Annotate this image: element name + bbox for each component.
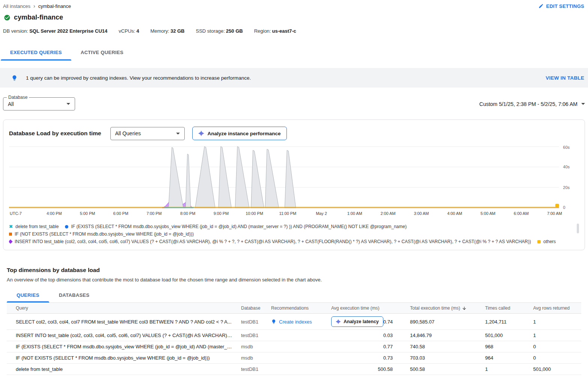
detail-label: Region: <box>254 28 271 34</box>
legend-diamond-marker-icon <box>9 239 13 243</box>
section-title: Top dimensions by database load <box>7 267 581 274</box>
time-range-picker[interactable]: Custom 5/1/25, 2:38 PM - 5/2/25, 7:06 AM <box>479 101 585 107</box>
topbar: All instances › cymbal-finance EDIT SETT… <box>0 0 588 9</box>
table-row[interactable]: SELECT col2, col3, col4, col7 FROM test_… <box>7 314 581 330</box>
analyze-instance-performance-button[interactable]: Analyze instance performance <box>192 127 287 140</box>
chevron-down-icon <box>176 133 180 135</box>
column-header-total-execution-label: Total execution time (ms) <box>410 305 460 311</box>
x-tick-label: 3:00 AM <box>414 211 429 216</box>
column-header-avg-execution[interactable]: Avg execution time (ms) <box>327 303 406 314</box>
page-title: cymbal-finance <box>14 14 63 21</box>
detail-region: Region:us-east7-c <box>254 28 296 34</box>
main-tab-bar: EXECUTED QUERIES ACTIVE QUERIES <box>0 44 588 60</box>
query-cell[interactable]: SELECT @login_name = dbo.SQLAGENT_SUSER_… <box>7 375 237 378</box>
legend-item-insert[interactable]: INSERT INTO test_table (col2, col3, col4… <box>9 239 531 244</box>
legend-item-delete[interactable]: ✖ delete from test_table <box>9 224 59 229</box>
legend-scrollbar[interactable] <box>577 224 579 233</box>
times-called-cell: 968 <box>481 341 529 352</box>
total-execution-cell: 703.03 <box>406 352 481 364</box>
total-execution-cell: 740.58 <box>406 341 481 352</box>
times-called-cell: 1 <box>481 364 529 375</box>
tab-executed-queries[interactable]: EXECUTED QUERIES <box>1 44 71 60</box>
column-header-recommendations[interactable]: Recommendations <box>267 303 327 314</box>
top-queries-table: Query Database Recommendations Avg execu… <box>7 303 581 378</box>
legend-circle-marker-icon <box>65 225 68 228</box>
chart-legend: ✖ delete from test_table IF (EXISTS (SEL… <box>9 223 579 245</box>
recommendations-cell <box>267 364 327 375</box>
y-tick-label: 40s <box>563 165 570 169</box>
chart-end-marker-icon <box>555 204 559 207</box>
table-row[interactable]: delete from test_table testDB1 500.58 50… <box>7 364 581 375</box>
database-select-label: Database <box>7 95 29 100</box>
title-row: cymbal-finance <box>0 9 588 21</box>
x-tick-label: 5:00 AM <box>481 211 496 216</box>
table-row[interactable]: IF (EXISTS (SELECT * FROM msdb.dbo.sysjo… <box>7 341 581 352</box>
legend-label: IF (EXISTS (SELECT * FROM msdb.dbo.sysjo… <box>71 224 407 229</box>
dimension-tab-bar: QUERIES DATABASES <box>7 288 581 303</box>
times-called-cell: 482 <box>481 375 529 378</box>
legend-label: INSERT INTO test_table (col2, col3, col4… <box>15 239 531 244</box>
avg-rows-cell: 0 <box>529 341 581 352</box>
x-tick-label: 9:00 PM <box>214 211 229 216</box>
card-header: Database Load by execution time All Quer… <box>9 127 579 140</box>
tab-databases[interactable]: DATABASES <box>49 288 100 302</box>
x-tick-label: 2:00 AM <box>380 211 395 216</box>
create-indexes-link[interactable]: Create indexes <box>279 319 312 325</box>
detail-value: 4 <box>136 28 139 34</box>
database-select-value: All <box>8 101 14 107</box>
times-called-cell: 1,204,711 <box>481 314 529 330</box>
edit-settings-button[interactable]: EDIT SETTINGS <box>538 3 584 9</box>
instance-details: DB version:SQL Server 2022 Enterprise CU… <box>0 21 588 34</box>
avg-execution-cell: 0.77 <box>327 341 406 352</box>
lightbulb-icon <box>271 319 276 324</box>
query-cell[interactable]: SELECT col2, col3, col4, col7 FROM test_… <box>7 314 237 330</box>
analyze-latency-button[interactable]: Analyze latency <box>331 316 383 327</box>
query-cell[interactable]: IF (NOT EXISTS (SELECT * FROM msdb.dbo.s… <box>7 352 237 364</box>
query-filter-select[interactable]: All Queries <box>110 127 185 140</box>
x-tick-label: 5:00 PM <box>80 211 95 216</box>
legend-item-others[interactable]: others <box>537 239 556 244</box>
total-execution-cell: 890,585.07 <box>406 314 481 330</box>
view-in-table-button[interactable]: VIEW IN TABLE <box>546 75 584 81</box>
tab-active-queries[interactable]: ACTIVE QUERIES <box>71 44 133 60</box>
total-execution-cell: 500.58 <box>406 364 481 375</box>
database-load-chart[interactable]: 60s 40s 20s 0 UTC-7 4:00 PM 5:00 PM 6:00… <box>9 145 579 220</box>
pencil-icon <box>538 3 544 9</box>
column-header-total-execution[interactable]: Total execution time (ms) <box>406 303 481 314</box>
query-cell[interactable]: IF (EXISTS (SELECT * FROM msdb.dbo.sysjo… <box>7 341 237 352</box>
legend-item-if-exists[interactable]: IF (EXISTS (SELECT * FROM msdb.dbo.sysjo… <box>65 224 407 229</box>
table-row[interactable]: SELECT @login_name = dbo.SQLAGENT_SUSER_… <box>7 375 581 378</box>
detail-db-version: DB version:SQL Server 2022 Enterprise CU… <box>3 28 107 34</box>
detail-label: DB version: <box>3 28 28 34</box>
avg-execution-cell: 0.86 <box>327 375 406 378</box>
gemini-spark-icon <box>336 319 341 324</box>
column-header-avg-rows[interactable]: Avg rows returned <box>529 303 581 314</box>
database-cell: testDB1 <box>237 330 267 341</box>
column-header-query[interactable]: Query <box>7 303 237 314</box>
legend-label: others <box>543 239 556 244</box>
detail-label: vCPUs: <box>119 28 135 34</box>
column-header-database[interactable]: Database <box>237 303 267 314</box>
breadcrumb-all-instances[interactable]: All instances <box>3 3 30 9</box>
legend-item-if-not-exists[interactable]: IF (NOT EXISTS (SELECT * FROM msdb.dbo.s… <box>9 231 194 237</box>
total-execution-cell: 415.22 <box>406 375 481 378</box>
y-tick-label: 60s <box>563 145 570 150</box>
avg-execution-value: 0.74 <box>383 319 393 325</box>
analyze-latency-label: Analyze latency <box>344 319 379 324</box>
legend-label: delete from test_table <box>15 224 59 229</box>
database-select[interactable]: Database All <box>3 97 75 110</box>
table-row[interactable]: INSERT INTO test_table (col2, col3, col4… <box>7 330 581 341</box>
tab-queries[interactable]: QUERIES <box>7 288 49 302</box>
chevron-down-icon <box>581 103 585 105</box>
query-cell[interactable]: INSERT INTO test_table (col2, col3, col4… <box>7 330 237 341</box>
query-cell[interactable]: delete from test_table <box>7 364 237 375</box>
database-cell: msdb <box>237 375 267 378</box>
table-row[interactable]: IF (NOT EXISTS (SELECT * FROM msdb.dbo.s… <box>7 352 581 364</box>
avg-rows-cell: 501,000 <box>529 364 581 375</box>
database-load-card: Database Load by execution time All Quer… <box>3 119 585 250</box>
x-tick-label: 8:00 PM <box>180 211 195 216</box>
column-header-times-called[interactable]: Times called <box>481 303 529 314</box>
recommendations-cell: Create indexes <box>267 314 327 330</box>
avg-rows-cell: 0 <box>529 352 581 364</box>
breadcrumb-current: cymbal-finance <box>38 3 71 9</box>
